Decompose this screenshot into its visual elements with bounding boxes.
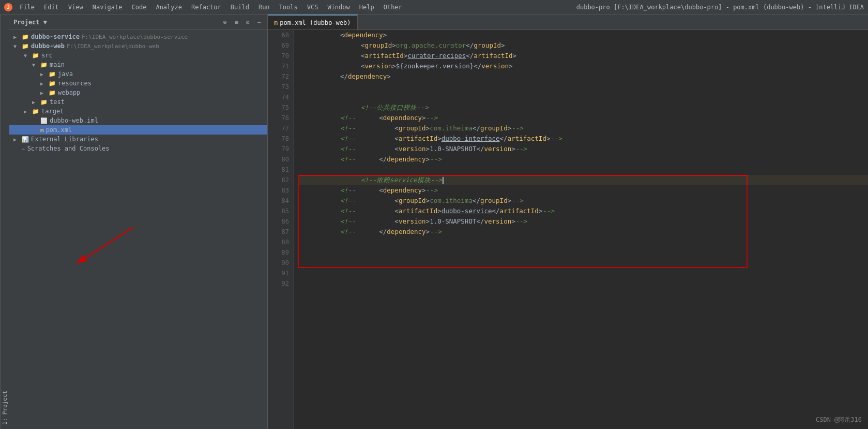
- item-label: target: [41, 108, 64, 115]
- sidebar-actions: ⊕ ≡ ⚙ −: [221, 19, 263, 26]
- menu-build[interactable]: Build: [226, 3, 253, 12]
- item-label: dubbo-service: [31, 33, 80, 40]
- path-label: F:\IDEA_workplace\dubbo-service: [82, 34, 188, 40]
- folder-icon: 📁: [22, 43, 29, 50]
- collapse-icon[interactable]: ≡: [232, 19, 240, 26]
- tree-item-test[interactable]: ▶ 📁 test: [9, 97, 267, 107]
- code-line-68: <dependency>: [299, 30, 868, 40]
- code-line-89: [299, 247, 868, 258]
- code-line-74: [299, 92, 868, 102]
- tree-item-src[interactable]: ▼ 📁 src: [9, 51, 267, 60]
- item-label: Scratches and Consoles: [27, 145, 110, 152]
- code-line-83: <!-- <dependency>-->: [299, 185, 868, 196]
- code-line-82: <!--依赖service模块-->: [299, 175, 868, 185]
- tree-item-dubbo-web[interactable]: ▼ 📁 dubbo-web F:\IDEA_workplace\dubbo-we…: [9, 41, 267, 51]
- tree-item-java[interactable]: ▶ 📁 java: [9, 69, 267, 79]
- code-line-80: <!-- </dependency>-->: [299, 154, 868, 165]
- sidebar-title: Project ▼: [13, 19, 221, 26]
- settings-icon[interactable]: ⚙: [243, 19, 252, 26]
- tab-bar: m pom.xml (dubbo-web): [268, 14, 868, 30]
- menu-other[interactable]: Other: [379, 3, 406, 12]
- code-line-69: <groupId>org.apache.curator</groupId>: [299, 40, 868, 51]
- folder-icon: 📁: [49, 90, 56, 96]
- arrow-icon: ▼: [24, 53, 31, 58]
- item-label: java: [58, 70, 73, 78]
- tree-item-main[interactable]: ▼ 📁 main: [9, 60, 267, 69]
- tree-item-external-libraries[interactable]: ▶ 📊 External Libraries: [9, 135, 267, 144]
- watermark: CSDN @阿岳316: [816, 415, 862, 425]
- item-label: dubbo-web: [31, 42, 65, 50]
- menu-vcs[interactable]: VCS: [303, 3, 323, 12]
- menu-refactor[interactable]: Refactor: [187, 3, 225, 12]
- item-label: webapp: [58, 89, 80, 96]
- folder-icon: 📁: [22, 34, 29, 40]
- line-numbers: 68 69 70 71 72 73 74 75 76 77 78 79 80 8…: [268, 30, 294, 429]
- arrow-icon: ▼: [32, 62, 39, 68]
- code-line-88: [299, 237, 868, 247]
- code-line-85: <!-- <artifactId>dubbo-service</artifact…: [299, 206, 868, 216]
- code-line-86: <!-- <version>1.0-SNAPSHOT</version>-->: [299, 216, 868, 227]
- tree-item-iml[interactable]: ⬜ dubbo-web.iml: [9, 116, 267, 125]
- folder-icon: 📁: [32, 52, 39, 59]
- menu-bar[interactable]: File Edit View Navigate Code Analyze Ref…: [16, 3, 406, 12]
- menu-navigate[interactable]: Navigate: [88, 3, 127, 12]
- tree-item-resources[interactable]: ▶ 📁 resources: [9, 79, 267, 88]
- project-sidebar: Project ▼ ⊕ ≡ ⚙ − ▶ 📁 dubbo-service F:\I…: [9, 14, 268, 429]
- code-line-84: <!-- <groupId>com.itheima</groupId>-->: [299, 196, 868, 206]
- code-line-81: [299, 165, 868, 175]
- tree-item-webapp[interactable]: ▶ 📁 webapp: [9, 88, 267, 97]
- menu-code[interactable]: Code: [128, 3, 151, 12]
- code-line-90: [299, 258, 868, 268]
- tree-item-scratches[interactable]: ✏ Scratches and Consoles: [9, 144, 267, 153]
- folder-icon: 📁: [49, 80, 56, 87]
- code-editor[interactable]: 68 69 70 71 72 73 74 75 76 77 78 79 80 8…: [268, 30, 868, 429]
- menu-analyze[interactable]: Analyze: [151, 3, 186, 12]
- tree-item-pom-xml[interactable]: m pom.xml: [9, 125, 267, 135]
- arrow-icon: ▼: [13, 43, 21, 49]
- locate-icon[interactable]: ⊕: [221, 19, 229, 26]
- code-line-76: <!-- <dependency>-->: [299, 113, 868, 123]
- folder-icon: 📁: [49, 71, 56, 78]
- code-line-75: <!--公共接口模块-->: [299, 102, 868, 113]
- code-content[interactable]: <dependency> <groupId>org.apache.curator…: [294, 30, 868, 429]
- project-tree: ▶ 📁 dubbo-service F:\IDEA_workplace\dubb…: [9, 30, 267, 429]
- tab-file-icon: m: [274, 19, 278, 26]
- file-icon: ⬜: [40, 117, 48, 124]
- menu-view[interactable]: View: [64, 3, 87, 12]
- editor-area: m pom.xml (dubbo-web) 68 69 70 71 72 73 …: [268, 14, 868, 429]
- menu-tools[interactable]: Tools: [275, 3, 302, 12]
- scratches-icon: ✏: [22, 145, 25, 152]
- item-label: pom.xml: [46, 126, 72, 134]
- menu-edit[interactable]: Edit: [40, 3, 63, 12]
- file-icon: m: [40, 127, 44, 134]
- item-label: resources: [58, 80, 92, 87]
- tab-pom-xml[interactable]: m pom.xml (dubbo-web): [268, 14, 358, 29]
- arrow-icon: ▶: [32, 99, 39, 105]
- menu-help[interactable]: Help: [355, 3, 378, 12]
- code-line-87: <!-- </dependency>-->: [299, 227, 868, 237]
- item-label: dubbo-web.iml: [50, 117, 98, 124]
- hide-icon[interactable]: −: [255, 19, 263, 26]
- path-label: F:\IDEA_workplace\dubbo-web: [67, 43, 159, 50]
- code-line-91: [299, 268, 868, 278]
- code-line-92: [299, 278, 868, 289]
- item-label: src: [41, 52, 53, 59]
- code-line-79: <!-- <version>1.0-SNAPSHOT</version>-->: [299, 144, 868, 154]
- code-line-71: <version>${zookeeper.version}</version>: [299, 61, 868, 71]
- code-line-77: <!-- <groupId>com.itheima</groupId>-->: [299, 123, 868, 134]
- menu-run[interactable]: Run: [254, 3, 274, 12]
- item-label: main: [50, 61, 65, 68]
- main-layout: 1: Project Project ▼ ⊕ ≡ ⚙ − ▶ 📁 dubbo-s…: [0, 14, 868, 429]
- sidebar-header: Project ▼ ⊕ ≡ ⚙ −: [9, 14, 267, 30]
- menu-window[interactable]: Window: [323, 3, 354, 12]
- tree-item-target[interactable]: ▶ 📁 target: [9, 107, 267, 116]
- arrow-icon: ▶: [13, 34, 21, 40]
- code-line-73: [299, 82, 868, 92]
- folder-icon: 📁: [40, 62, 48, 68]
- tree-item-dubbo-service[interactable]: ▶ 📁 dubbo-service F:\IDEA_workplace\dubb…: [9, 32, 267, 41]
- title-bar: J File Edit View Navigate Code Analyze R…: [0, 0, 868, 14]
- project-panel-tab[interactable]: 1: Project: [0, 14, 9, 429]
- menu-file[interactable]: File: [16, 3, 39, 12]
- window-title: dubbo-pro [F:\IDEA_workplace\dubbo-pro] …: [576, 4, 864, 11]
- item-label: test: [50, 98, 65, 106]
